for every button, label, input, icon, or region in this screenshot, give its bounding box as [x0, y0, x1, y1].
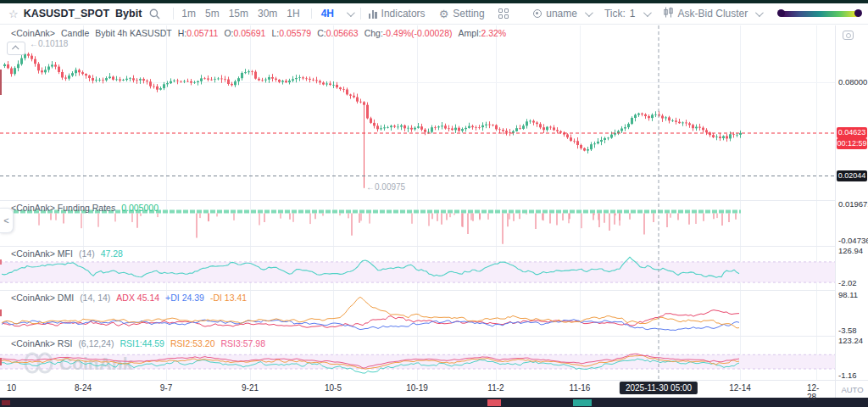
time-tick: 8-24 — [75, 383, 92, 393]
rsi-title: <CoinAnk> RSI — [11, 338, 72, 348]
divider — [311, 8, 312, 19]
time-tick: 12-14 — [729, 383, 751, 393]
indicators-icon — [369, 9, 377, 19]
countdown-badge: 00:12:59 — [837, 138, 867, 149]
low-price-marker: ←0.00975 — [366, 182, 405, 192]
timeframe-4H[interactable]: 4H — [321, 8, 334, 20]
gradient-handle-right[interactable] — [854, 9, 862, 17]
timeframe-selector: 1m5m15m30m1H4H — [181, 8, 343, 20]
divider — [173, 8, 174, 20]
timeframe-1m[interactable]: 1m — [181, 8, 196, 20]
rsi2-value: RSI2:53.20 — [170, 338, 215, 348]
chevron-down-icon — [643, 8, 652, 17]
timeframe-chevron-icon[interactable] — [347, 8, 355, 17]
clipped-content — [2, 400, 10, 405]
time-tick: 9-21 — [242, 383, 259, 393]
heatmap-gradient-slider[interactable] — [780, 11, 860, 17]
ohlc-low: L:0.05579 — [271, 28, 311, 38]
time-tick: 10 — [7, 383, 16, 393]
dmi-axis-max: 98.11 — [838, 290, 858, 300]
tick-value: 1 — [630, 8, 636, 20]
mfi-title: <CoinAnk> MFI — [11, 248, 73, 259]
collapse-pane-button[interactable] — [7, 42, 25, 55]
time-axis[interactable]: 2025-11-30 05:00 108-249-79-2110-510-191… — [0, 380, 835, 398]
timeframe-1H[interactable]: 1H — [287, 8, 299, 20]
favorite-star-icon[interactable]: ☆ — [8, 8, 19, 20]
dmi-adx-value: ADX 45.14 — [116, 293, 159, 303]
dmi-pdi-value: +DI 24.39 — [165, 293, 204, 303]
time-tick: 10-19 — [406, 383, 428, 393]
dmi-params: (14, 14) — [80, 293, 110, 303]
timeframe-5m[interactable]: 5m — [205, 8, 220, 20]
dmi-header: <CoinAnk> DMI (14, 14) ADX 45.14 +DI 24.… — [11, 293, 247, 303]
rsi3-value: RSI3:57.98 — [221, 338, 266, 348]
indicators-button[interactable]: Indicators — [369, 8, 426, 20]
timeframe-30m[interactable]: 30m — [258, 8, 277, 20]
trading-terminal: ☆ KASUSDT_SPOT Bybit 1m5m15m30m1H4H Indi… — [0, 0, 868, 407]
screenshot-icon[interactable] — [843, 31, 854, 40]
current-price-badge: 0.04623 — [837, 127, 867, 138]
mfi-header: <CoinAnk> MFI (14) 47.28 — [11, 248, 123, 259]
clipped-content — [487, 399, 501, 406]
time-tick: 9-7 — [160, 383, 172, 393]
price-axis[interactable]: 0.080000.0462300:12:590.020440.019671-0.… — [835, 25, 868, 380]
auto-scale-button[interactable]: AUTO — [835, 380, 868, 398]
rsi-axis-max: 123.24 — [838, 336, 863, 346]
indicators-label: Indicators — [381, 8, 426, 20]
dmi-axis-min: -3.58 — [838, 326, 857, 336]
funding-value: 0.005000 — [121, 203, 159, 213]
askbid-label: Ask-Bid Cluster — [678, 8, 748, 20]
ohlc-close: C:0.05663 — [317, 28, 358, 38]
mfi-value: 47.28 — [101, 248, 123, 259]
timeframe-15m[interactable]: 15m — [229, 8, 248, 20]
ohlc-open: O:0.05691 — [224, 28, 265, 38]
alert-price-badge: 0.02044 — [837, 170, 867, 181]
source-tag: <CoinAnk> — [11, 28, 55, 38]
gradient-handle-left[interactable] — [777, 9, 785, 17]
rsi1-value: RSI1:44.59 — [120, 338, 164, 348]
funding-axis-min: -0.047367 — [838, 236, 868, 246]
chart-type: Candle — [61, 28, 89, 38]
gear-icon: ⚙ — [439, 8, 449, 20]
ohlc-change: Chg:-0.49%(-0.00028) — [364, 28, 453, 38]
funding-title: <CoinAnk> Funding Rates — [11, 203, 115, 213]
time-tick: 12-28 — [807, 383, 826, 402]
price-label: 0.08000 — [838, 77, 867, 87]
askbid-cluster-dropdown[interactable]: Ask-Bid Cluster — [663, 7, 762, 20]
dmi-mdi-value: -DI 13.41 — [210, 293, 247, 303]
divider — [360, 8, 361, 20]
bottom-strip — [0, 397, 868, 407]
rsi-params: (6,12,24) — [78, 338, 114, 348]
ohlc-amplitude: Ampl:2.32% — [459, 28, 507, 38]
clipped-content — [573, 399, 592, 406]
mfi-axis-min: -2.02 — [838, 278, 857, 288]
ohlc-high: H:0.05711 — [178, 28, 219, 38]
mfi-axis-max: 126.94 — [838, 246, 863, 256]
uname-dropdown[interactable]: uname — [533, 8, 591, 20]
dmi-title: <CoinAnk> DMI — [11, 293, 74, 303]
time-tick: 10-5 — [325, 383, 342, 393]
tick-dropdown[interactable]: Tick: 1 — [604, 8, 649, 20]
setting-label: Setting — [453, 8, 484, 20]
funding-header: <CoinAnk> Funding Rates 0.005000 — [11, 203, 159, 213]
sidebar-collapse-handle[interactable]: < — [0, 208, 14, 233]
time-tick: 11-2 — [487, 383, 504, 393]
rsi-header: <CoinAnk> RSI (6,12,24) RSI1:44.59 RSI2:… — [11, 338, 265, 348]
layout-grid-icon[interactable] — [498, 8, 509, 19]
setting-button[interactable]: ⚙ Setting — [439, 8, 485, 20]
candle-header: <CoinAnk> Candle Bybit 4h KASUSDT H:0.05… — [11, 28, 506, 38]
symbol-name[interactable]: KASUSDT_SPOT — [24, 8, 109, 20]
crosshair-time-tooltip: 2025-11-30 05:00 — [620, 382, 698, 394]
time-tick: 11-16 — [570, 383, 591, 393]
tick-label: Tick: — [604, 8, 626, 20]
funding-axis-max: 0.019671 — [838, 199, 868, 209]
candles-icon — [663, 7, 674, 20]
search-icon[interactable] — [149, 8, 160, 20]
chevron-up-icon — [12, 45, 19, 52]
chart-symbol: Bybit 4h KASUSDT — [95, 28, 171, 38]
uname-label: uname — [546, 8, 577, 20]
mfi-params: (14) — [79, 248, 95, 259]
exchange-name: Bybit — [115, 8, 142, 20]
chevron-down-icon — [755, 8, 764, 17]
user-icon — [533, 9, 542, 18]
